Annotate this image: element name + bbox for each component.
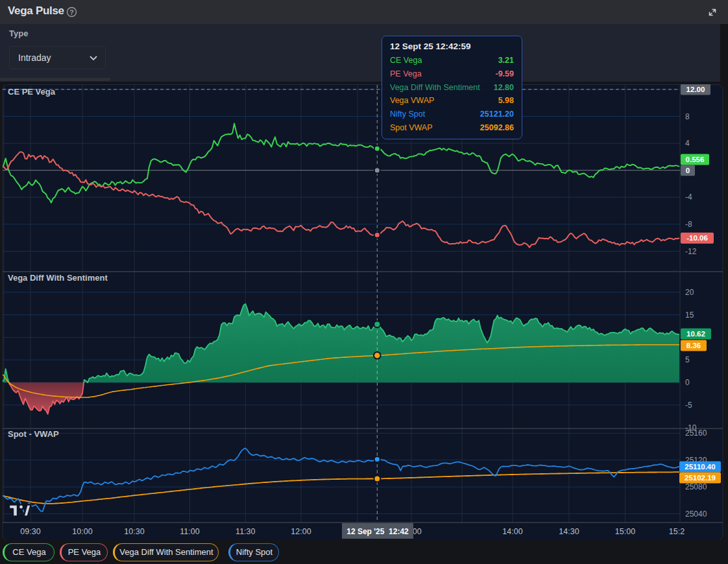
- svg-text:25160: 25160: [685, 429, 707, 438]
- svg-text:-5: -5: [685, 401, 692, 410]
- svg-text:15: 15: [685, 311, 694, 320]
- svg-text:10:30: 10:30: [124, 527, 144, 536]
- svg-text:8: 8: [685, 112, 690, 121]
- svg-text:15:00: 15:00: [615, 527, 635, 536]
- svg-text:12:00: 12:00: [291, 527, 311, 536]
- svg-text:20: 20: [685, 288, 694, 297]
- svg-text:12 Sep '25 12:42: 12 Sep '25 12:42: [346, 527, 409, 536]
- svg-text:14:00: 14:00: [502, 527, 522, 536]
- svg-text:5: 5: [685, 355, 690, 364]
- svg-text:25102.19: 25102.19: [685, 474, 716, 482]
- svg-text:-8: -8: [685, 220, 692, 229]
- svg-text:Spot - VWAP: Spot - VWAP: [8, 429, 59, 439]
- svg-text:10:00: 10:00: [72, 527, 92, 536]
- svg-text:15:2: 15:2: [669, 527, 685, 536]
- svg-text:12.00: 12.00: [686, 86, 705, 93]
- svg-text:0.556: 0.556: [686, 156, 705, 163]
- svg-text:25040: 25040: [685, 510, 707, 519]
- svg-text:11:00: 11:00: [180, 527, 199, 536]
- svg-text:0: 0: [686, 167, 690, 174]
- svg-text:4: 4: [685, 139, 690, 148]
- svg-text:25080: 25080: [685, 482, 707, 491]
- svg-text:14:30: 14:30: [559, 527, 579, 536]
- svg-text:Vega Diff With Sentiment: Vega Diff With Sentiment: [8, 273, 108, 283]
- svg-text:-4: -4: [685, 193, 692, 202]
- svg-text:-12: -12: [685, 247, 697, 256]
- svg-text:-10.06: -10.06: [686, 234, 708, 242]
- svg-text:CE PE Vega: CE PE Vega: [8, 87, 56, 97]
- svg-text:09:30: 09:30: [20, 527, 40, 536]
- svg-text:11:30: 11:30: [236, 527, 255, 536]
- svg-text:0: 0: [685, 378, 690, 387]
- svg-text:10.62: 10.62: [686, 330, 705, 338]
- svg-text:?: ?: [69, 8, 73, 16]
- svg-text:8.36: 8.36: [686, 342, 701, 349]
- svg-text:25110.40: 25110.40: [685, 463, 715, 471]
